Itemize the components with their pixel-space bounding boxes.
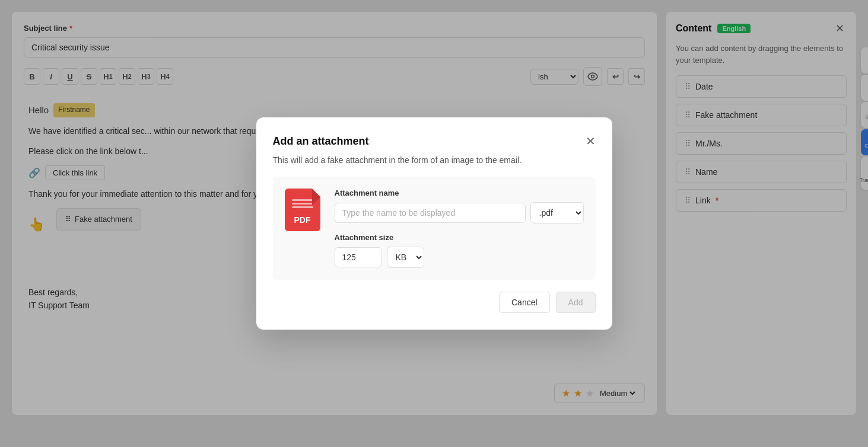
pdf-lines (292, 199, 313, 208)
attachment-name-label: Attachment name (335, 189, 584, 197)
pdf-label: PDF (294, 215, 311, 225)
extension-select[interactable]: .pdf .doc .xls .zip (530, 202, 584, 224)
modal-close-button[interactable]: ✕ (586, 134, 596, 148)
size-input[interactable] (335, 247, 382, 267)
modal-title: Add an attachment (273, 135, 369, 148)
modal-header: Add an attachment ✕ (273, 134, 596, 148)
modal-footer: Cancel Add (273, 292, 596, 313)
form-section: Attachment name .pdf .doc .xls .zip Atta… (335, 189, 584, 268)
attachment-size-label: Attachment size (335, 233, 584, 242)
add-button[interactable]: Add (556, 292, 596, 313)
attachment-size-row: KB MB (335, 247, 584, 268)
modal-description: This will add a fake attachment in the f… (273, 155, 596, 165)
pdf-preview-icon: PDF (285, 189, 320, 231)
add-attachment-modal: Add an attachment ✕ This will add a fake… (256, 117, 612, 330)
attachment-name-row: .pdf .doc .xls .zip (335, 202, 584, 224)
unit-select[interactable]: KB MB (387, 247, 424, 268)
attachment-name-input[interactable] (335, 203, 526, 223)
cancel-button[interactable]: Cancel (499, 292, 550, 313)
modal-overlay: Add an attachment ✕ This will add a fake… (0, 0, 868, 447)
modal-content-area: PDF Attachment name .pdf .doc .xls .zip … (273, 177, 596, 280)
